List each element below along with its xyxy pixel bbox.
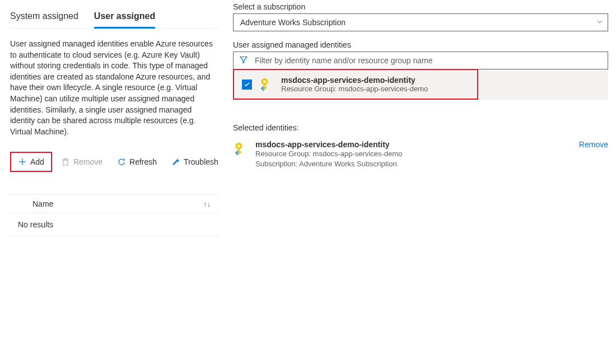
selected-identity-row: msdocs-app-services-demo-identity Resour…: [233, 140, 608, 169]
no-results-row: No results: [10, 213, 218, 236]
selected-identity-sub: Subscription: Adventure Works Subscripti…: [255, 159, 572, 169]
chevron-down-icon: [596, 18, 603, 27]
identity-rg: Resource Group: msdocs-app-services-demo: [281, 85, 469, 93]
tab-user-assigned[interactable]: User assigned: [94, 11, 155, 29]
table-header: Name ↑↓: [10, 194, 218, 213]
selected-identity-name: msdocs-app-services-demo-identity: [255, 140, 572, 149]
identity-list-item[interactable]: msdocs-app-services-demo-identity Resour…: [234, 70, 477, 99]
svg-point-11: [237, 145, 240, 147]
identity-tabs: System assigned User assigned: [10, 11, 218, 29]
svg-marker-14: [235, 150, 238, 156]
remove-button: Remove: [55, 154, 108, 170]
col-name[interactable]: Name: [32, 199, 53, 208]
add-label: Add: [30, 157, 44, 166]
identity-key-icon: [259, 77, 274, 92]
svg-rect-8: [264, 87, 267, 88]
wrench-icon: [171, 157, 180, 166]
filter-icon: [239, 55, 248, 66]
svg-rect-2: [63, 160, 68, 165]
filter-input-wrap[interactable]: [233, 52, 608, 69]
refresh-icon: [117, 157, 126, 166]
remove-link[interactable]: Remove: [579, 140, 608, 149]
selected-key-icon: [233, 141, 249, 157]
subscription-value: Adventure Works Subscription: [240, 18, 346, 27]
svg-point-6: [263, 80, 265, 82]
filter-input[interactable]: [255, 56, 603, 65]
toolbar: Add Remove Refresh Troubleshoot: [10, 152, 218, 172]
remove-label: Remove: [73, 157, 102, 166]
description-text: User assigned managed identities enable …: [10, 39, 218, 137]
plus-icon: [18, 157, 27, 166]
identity-checkbox[interactable]: [242, 80, 252, 90]
svg-marker-9: [261, 85, 264, 91]
identities-label: User assigned managed identities: [233, 40, 608, 49]
selected-identity-rg: Resource Group: msdocs-app-services-demo: [255, 149, 572, 159]
subscription-select[interactable]: Adventure Works Subscription: [233, 13, 608, 31]
trash-icon: [61, 157, 70, 166]
subscription-label: Select a subscription: [233, 2, 608, 11]
selected-identities-label: Selected identities:: [233, 123, 608, 132]
sort-icon[interactable]: ↑↓: [203, 200, 211, 208]
refresh-button[interactable]: Refresh: [111, 154, 162, 170]
refresh-label: Refresh: [129, 157, 157, 166]
add-button[interactable]: Add: [12, 154, 50, 170]
tab-system-assigned[interactable]: System assigned: [10, 11, 78, 28]
svg-rect-13: [238, 151, 241, 153]
identity-name: msdocs-app-services-demo-identity: [281, 76, 469, 85]
